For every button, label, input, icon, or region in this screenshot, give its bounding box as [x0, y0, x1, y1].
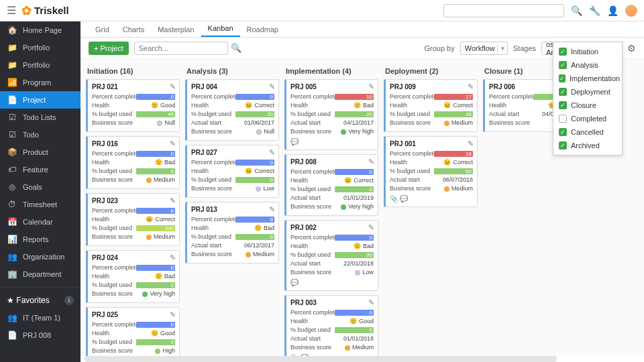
card-title: PRJ 005	[290, 83, 374, 90]
percent-bar: 0	[235, 160, 274, 166]
sidebar-item-project[interactable]: 📄Project	[0, 91, 80, 109]
user-icon[interactable]: 👤	[607, 5, 619, 16]
sidebar-item-program[interactable]: 📶Program	[0, 74, 80, 91]
sidebar-item-organization[interactable]: 👥Organization	[0, 248, 80, 265]
project-card[interactable]: PRJ 004✎Percent complete0Health😐Correct%…	[185, 79, 279, 141]
edit-icon[interactable]: ✎	[170, 82, 176, 91]
group-by-select[interactable]: Workflow	[460, 42, 508, 55]
sidebar-item-department[interactable]: 🏢Department	[0, 265, 80, 283]
app-logo[interactable]: ✿Triskell	[21, 3, 69, 18]
sidebar-item-calendar[interactable]: 📅Calendar	[0, 213, 80, 231]
project-card[interactable]: PRJ 021✎Percent complete0Health🙂Good% bu…	[86, 79, 180, 132]
stage-option-label: Cancelled	[571, 128, 604, 136]
project-card[interactable]: PRJ 027✎Percent complete0Health😐Correct%…	[185, 145, 279, 198]
stage-option-deployment[interactable]: ✓Deployment	[553, 85, 622, 99]
field-label: % budget used	[290, 326, 335, 335]
project-card[interactable]: PRJ 005✎Percent complete10Health🙁Bad% bu…	[284, 79, 378, 150]
edit-icon[interactable]: ✎	[170, 310, 176, 319]
info-icon[interactable]: i	[64, 296, 74, 305]
comment-icon[interactable]: 💬	[400, 195, 408, 202]
health-value: Good	[160, 101, 175, 110]
sidebar-item-timesheet[interactable]: ⏱Timesheet	[0, 196, 80, 213]
edit-icon[interactable]: ✎	[269, 148, 275, 157]
sidebar-item-feature[interactable]: 🏷Feature	[0, 161, 80, 178]
tab-masterplan[interactable]: Masterplan	[151, 22, 201, 37]
budget-bar: 20	[235, 111, 274, 117]
project-card[interactable]: PRJ 016✎Percent complete0Health🙁Bad% bud…	[86, 136, 180, 189]
tab-charts[interactable]: Charts	[116, 22, 151, 37]
settings-icon[interactable]: ⚙	[627, 43, 636, 54]
edit-icon[interactable]: ✎	[368, 158, 374, 166]
field-label: Percent complete	[92, 93, 136, 101]
horizontal-scrollbar[interactable]	[85, 356, 557, 362]
field-label: Actual start	[191, 241, 235, 250]
field-label: Percent complete	[92, 263, 136, 272]
stage-option-cancelled[interactable]: ✓Cancelled	[553, 125, 622, 139]
project-card[interactable]: PRJ 024✎Percent complete0Health🙁Bad% bud…	[86, 250, 180, 303]
toolbar: Project 🔍 Group by Workflow Stages osure…	[80, 38, 644, 59]
favorite-item[interactable]: 👥IT (Team 1)	[0, 309, 80, 326]
stage-option-completed[interactable]: Completed	[553, 112, 622, 125]
menu-icon[interactable]: ☰	[7, 4, 16, 17]
edit-icon[interactable]: ✎	[170, 139, 176, 148]
field-label: Health	[489, 101, 533, 110]
project-card[interactable]: PRJ 013✎Percent complete0Health🙁Bad% bud…	[185, 202, 279, 263]
edit-icon[interactable]: ✎	[269, 82, 275, 91]
new-project-button[interactable]: Project	[89, 42, 129, 55]
board-search-icon[interactable]: 🔍	[231, 43, 241, 53]
avatar[interactable]	[625, 5, 637, 17]
project-card[interactable]: PRJ 008✎Percent complete0Health😐Correct%…	[284, 154, 378, 216]
stage-option-initiation[interactable]: ✓Initiation	[553, 45, 622, 58]
sidebar-item-todo-lists[interactable]: ☑Todo Lists	[0, 109, 80, 126]
field-label: Actual start	[290, 259, 335, 268]
health-icon: 🙁	[155, 272, 162, 281]
sidebar-item-portfolio[interactable]: 📁Portfolio	[0, 56, 80, 74]
field-label: Percent complete	[92, 320, 136, 329]
favorites-header[interactable]: ★ Favoritesi	[0, 292, 80, 309]
edit-icon[interactable]: ✎	[170, 253, 176, 262]
field-label: Health	[390, 158, 434, 167]
sidebar-item-home-page[interactable]: 🏠Home Page	[0, 21, 80, 39]
stage-option-closure[interactable]: ✓Closure	[553, 99, 622, 112]
project-card[interactable]: PRJ 023✎Percent complete0Health😐Correct%…	[86, 193, 180, 246]
stage-option-archived[interactable]: ✓Archived	[553, 139, 622, 152]
sidebar-item-portfolio[interactable]: 📁Portfolio	[0, 39, 80, 56]
edit-icon[interactable]: ✎	[368, 298, 374, 307]
project-card[interactable]: PRJ 025✎Percent complete0Health🙂Good% bu…	[86, 307, 180, 356]
global-search-input[interactable]	[443, 4, 564, 17]
stage-option-implementation[interactable]: ✓Implementation	[553, 72, 622, 85]
field-label: Health	[290, 101, 335, 110]
edit-icon[interactable]: ✎	[468, 82, 474, 91]
tab-grid[interactable]: Grid	[89, 22, 116, 37]
tab-roadmap[interactable]: Roadmap	[240, 22, 286, 37]
project-card[interactable]: PRJ 001✎Percent complete18Health😐Correct…	[384, 136, 478, 207]
card-title: PRJ 001	[390, 140, 473, 147]
field-label: Percent complete	[191, 93, 235, 101]
edit-icon[interactable]: ✎	[468, 139, 474, 148]
favorite-item[interactable]: 📄PRJ 008	[0, 326, 80, 344]
attachment-icon[interactable]: 📎	[390, 195, 398, 202]
tools-icon[interactable]: 🔧	[589, 5, 600, 16]
tab-kanban[interactable]: Kanban	[201, 21, 240, 37]
project-card[interactable]: PRJ 003✎Percent complete0Health🙂Good% bu…	[284, 295, 378, 356]
sidebar-item-todo[interactable]: ☑Todo	[0, 126, 80, 143]
comment-icon[interactable]: 💬	[290, 279, 299, 286]
project-card[interactable]: PRJ 002✎Percent complete0Health🙁Bad% bud…	[284, 220, 378, 291]
edit-icon[interactable]: ✎	[170, 196, 176, 205]
field-label: Actual start	[489, 110, 533, 119]
edit-icon[interactable]: ✎	[269, 205, 275, 214]
sidebar-item-goals[interactable]: ◎Goals	[0, 178, 80, 196]
board-search-input[interactable]	[134, 42, 228, 55]
field-label: Percent complete	[290, 308, 335, 317]
sidebar-item-reports[interactable]: 📊Reports	[0, 231, 80, 248]
comment-icon[interactable]: 💬	[290, 138, 299, 145]
stage-option-analysis[interactable]: ✓Analysis	[553, 58, 622, 72]
project-card[interactable]: PRJ 009✎Percent complete17Health😐Correct…	[384, 79, 478, 132]
edit-icon[interactable]: ✎	[368, 223, 374, 232]
edit-icon[interactable]: ✎	[368, 82, 374, 91]
sidebar-item-product[interactable]: 📦Product	[0, 143, 80, 161]
stage-option-label: Implementation	[570, 74, 620, 82]
search-icon[interactable]: 🔍	[571, 5, 582, 16]
field-label: Actual start	[290, 335, 335, 343]
field-label: Business score	[390, 184, 434, 193]
